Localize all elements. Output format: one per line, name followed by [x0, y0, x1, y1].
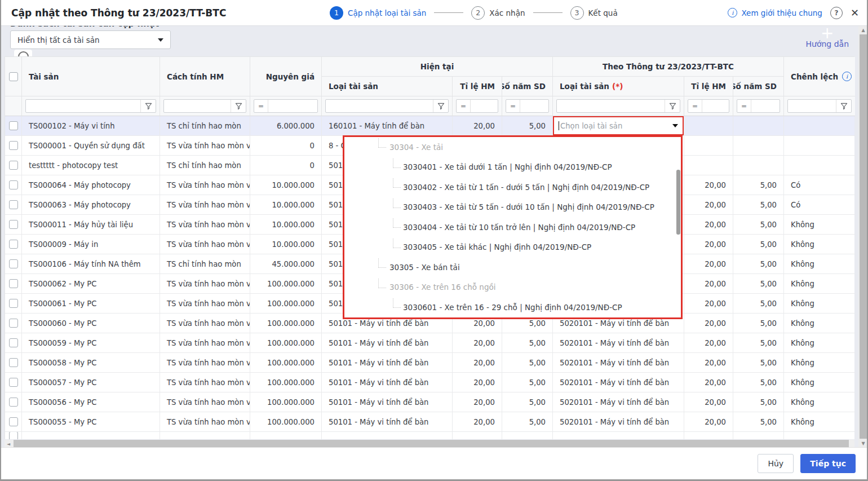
- col-new-type-label: Loại tài sản: [560, 82, 609, 91]
- dropdown-item[interactable]: 30305 - Xe bán tải: [344, 257, 681, 277]
- dropdown-item[interactable]: 3030402 - Xe tải từ 1 tấn - dưới 5 tấn |…: [344, 177, 681, 197]
- method-filter-input[interactable]: [164, 100, 231, 112]
- step-1-circle: 1: [330, 6, 343, 20]
- table-row[interactable]: TS000055 - My PCTS vừa tính hao mòn vừ..…: [5, 412, 854, 432]
- step-update-asset-type[interactable]: 1 Cập nhật loại tài sản: [330, 6, 426, 20]
- diff-cell: Không: [784, 392, 855, 412]
- asset-type-combobox[interactable]: Chọn loại tài sản: [553, 116, 684, 135]
- row-checkbox[interactable]: [9, 398, 18, 407]
- row-checkbox[interactable]: [9, 180, 18, 189]
- cost-cell: 45.000.000: [250, 254, 322, 274]
- col-diff[interactable]: Chênh lệch i: [784, 57, 855, 96]
- row-checkbox[interactable]: [9, 259, 18, 268]
- equals-operator[interactable]: =: [254, 100, 268, 112]
- row-checkbox[interactable]: [9, 240, 18, 249]
- continue-button[interactable]: Tiếp tục: [800, 454, 856, 473]
- titlebar-actions: i Xem giới thiệu chung ? ✕: [728, 0, 859, 25]
- help-icon[interactable]: ?: [830, 7, 843, 19]
- row-checkbox[interactable]: [9, 200, 18, 209]
- tree-elbow-icon: [393, 298, 401, 308]
- dropdown-item[interactable]: 3030601 - Xe trên 16 - 29 chỗ | Nghị địn…: [344, 297, 681, 317]
- col-current-rate[interactable]: Tỉ lệ HM: [453, 77, 502, 96]
- dropdown-item[interactable]: 3030405 - Xe tải khác | Nghị định 04/201…: [344, 237, 681, 258]
- step-confirm[interactable]: 2 Xác nhận: [471, 6, 525, 20]
- cost-filter-input[interactable]: [268, 100, 317, 112]
- current-rate-filter-input[interactable]: [471, 100, 498, 112]
- dropdown-item[interactable]: 3030403 - Xe tải từ 5 tấn - dưới 10 tấn …: [344, 197, 681, 218]
- guide-label: Hướng dẫn: [805, 39, 849, 48]
- select-all-checkbox[interactable]: [9, 72, 18, 81]
- new-type-cell: Chọn loại tài sản: [553, 116, 684, 136]
- step-3-label: Kết quả: [588, 8, 618, 17]
- diff-info-icon[interactable]: i: [842, 72, 852, 81]
- filter-funnel-icon[interactable]: [665, 100, 680, 112]
- row-checkbox[interactable]: [9, 121, 18, 130]
- equals-operator[interactable]: =: [457, 100, 471, 112]
- col-method[interactable]: Cách tính HM: [160, 57, 250, 96]
- row-checkbox-cell: [5, 195, 22, 215]
- guide-link[interactable]: + Hướng dẫn: [805, 28, 849, 48]
- row-checkbox[interactable]: [9, 358, 18, 367]
- asset-cell: TS000009 - Máy in: [22, 235, 160, 254]
- horizontal-scrollbar[interactable]: ◄: [5, 440, 854, 448]
- wizard-stepper: 1 Cập nhật loại tài sản 2 Xác nhận 3 Kết…: [330, 0, 618, 25]
- row-checkbox[interactable]: [9, 417, 18, 426]
- current-type-filter-input[interactable]: [326, 100, 433, 112]
- col-new-type[interactable]: Loại tài sản (*): [553, 77, 684, 96]
- row-checkbox[interactable]: [9, 432, 18, 439]
- table-row-partial: [5, 432, 854, 439]
- current-years-filter-input[interactable]: [520, 100, 548, 112]
- col-new-years[interactable]: Số năm SD: [733, 77, 784, 96]
- method-cell: TS vừa tính hao mòn vừ...: [160, 195, 250, 215]
- row-checkbox[interactable]: [9, 319, 18, 328]
- display-filter-select[interactable]: Hiển thị tất cả tài sản: [10, 30, 171, 49]
- refresh-button-clipped[interactable]: [14, 50, 32, 56]
- close-icon[interactable]: ✕: [851, 8, 859, 18]
- row-checkbox[interactable]: [9, 220, 18, 229]
- dropdown-item[interactable]: 3030401 - Xe tải dưới 1 tấn | Nghị định …: [344, 157, 681, 178]
- diff-cell: [784, 432, 854, 439]
- new-rate-filter-input[interactable]: [702, 100, 729, 112]
- row-checkbox[interactable]: [9, 279, 18, 288]
- step-result[interactable]: 3 Kết quả: [570, 6, 618, 20]
- asset-cell: TS000059 - My PC: [22, 333, 160, 353]
- table-row[interactable]: TS000056 - My PCTS vừa tính hao mòn vừ..…: [5, 392, 854, 412]
- filter-funnel-icon[interactable]: [231, 100, 246, 112]
- col-current-type[interactable]: Loại tài sản: [322, 77, 453, 96]
- display-filter-value: Hiển thị tất cả tài sản: [17, 36, 100, 45]
- cost-cell: 100.000.000: [250, 373, 322, 392]
- row-checkbox[interactable]: [9, 161, 18, 170]
- table-row[interactable]: TS000059 - My PCTS vừa tính hao mòn vừ..…: [5, 333, 854, 353]
- row-checkbox[interactable]: [9, 299, 18, 308]
- row-checkbox-cell: [5, 314, 22, 333]
- equals-operator[interactable]: =: [506, 100, 520, 112]
- new-type-filter-input[interactable]: [557, 100, 665, 112]
- equals-operator[interactable]: =: [688, 100, 702, 112]
- row-checkbox[interactable]: [9, 141, 18, 150]
- asset-cell: testtttt - photocopy test: [22, 156, 160, 175]
- vertical-scrollbar-thumb[interactable]: [860, 34, 867, 439]
- horizontal-scrollbar-thumb[interactable]: [14, 440, 849, 448]
- filter-new-rate: =: [684, 96, 733, 116]
- col-cost[interactable]: Nguyên giá: [250, 57, 322, 96]
- method-cell: TS chỉ tính hao mòn: [160, 254, 250, 274]
- filter-funnel-icon[interactable]: [836, 100, 851, 112]
- asset-filter-input[interactable]: [26, 100, 140, 112]
- scroll-left-arrow-icon[interactable]: ◄: [5, 440, 12, 448]
- col-new-rate[interactable]: Tỉ lệ HM: [684, 77, 733, 96]
- view-introduction-link[interactable]: i Xem giới thiệu chung: [728, 8, 822, 17]
- row-checkbox[interactable]: [9, 338, 18, 347]
- filter-funnel-icon[interactable]: [140, 100, 156, 112]
- diff-filter-input[interactable]: [788, 100, 836, 112]
- equals-operator[interactable]: =: [737, 100, 751, 112]
- table-row[interactable]: TS000058 - My PCTS vừa tính hao mòn vừ..…: [5, 353, 854, 373]
- row-checkbox[interactable]: [9, 378, 18, 387]
- new-years-filter-input[interactable]: [751, 100, 780, 112]
- table-row[interactable]: TS000057 - My PCTS vừa tính hao mòn vừ..…: [5, 373, 854, 392]
- col-current-years[interactable]: Số năm SD: [502, 77, 553, 96]
- cancel-button[interactable]: Hủy: [758, 454, 794, 473]
- dropdown-item[interactable]: 3030404 - Xe tải từ 10 tấn trở lên | Ngh…: [344, 217, 681, 237]
- filter-funnel-icon[interactable]: [433, 100, 448, 112]
- col-asset[interactable]: Tài sản: [22, 57, 160, 96]
- table-row[interactable]: TS000102 - Máy vi tínhTS chỉ tính hao mò…: [5, 116, 854, 136]
